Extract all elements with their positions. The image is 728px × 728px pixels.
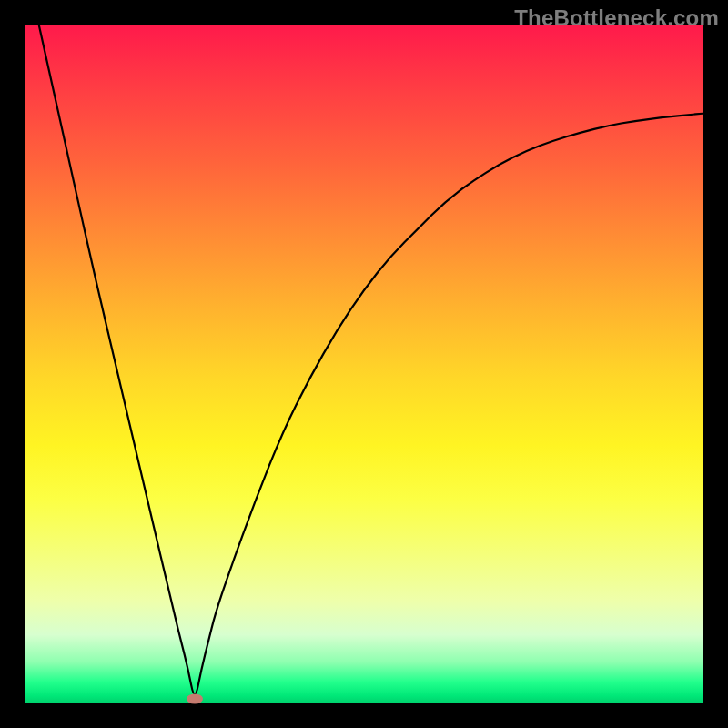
watermark-text: TheBottleneck.com <box>514 5 719 31</box>
minimum-marker-dot <box>187 694 203 704</box>
bottleneck-curve <box>25 25 703 703</box>
chart-frame: TheBottleneck.com <box>0 0 728 728</box>
plot-area <box>25 25 703 703</box>
